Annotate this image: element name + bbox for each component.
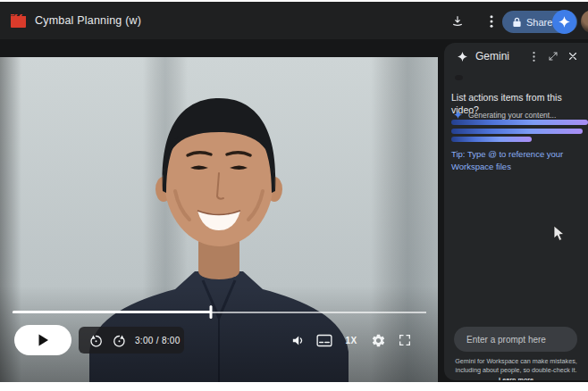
panel-expand-button[interactable] (545, 48, 561, 64)
gemini-panel-title: Gemini (475, 50, 522, 62)
settings-button[interactable] (368, 330, 388, 350)
progress-bar[interactable] (13, 311, 426, 313)
volume-button[interactable] (288, 330, 307, 350)
gemini-spark-icon (457, 51, 468, 62)
vids-app-icon (10, 13, 27, 29)
playback-speed-button[interactable]: 1X (341, 330, 361, 350)
speed-label: 1X (345, 336, 357, 345)
mouse-cursor (553, 225, 565, 242)
playhead[interactable] (210, 305, 213, 319)
loading-bar (451, 137, 532, 142)
learn-more-link[interactable]: Learn more (499, 376, 533, 380)
loading-skeleton (451, 120, 588, 146)
kebab-menu-icon (485, 14, 498, 29)
prompt-input[interactable] (454, 327, 577, 352)
play-button[interactable] (14, 325, 71, 355)
loading-bar (451, 129, 583, 134)
time-display: 3:00 / 8:00 (135, 336, 181, 345)
progress-fill (13, 311, 211, 313)
share-button-label: Share (526, 17, 552, 28)
more-options-button[interactable] (479, 9, 504, 34)
skip-controls: 3:00 / 8:00 (79, 327, 184, 354)
gemini-spark-icon (558, 15, 571, 29)
volume-icon (290, 333, 306, 348)
download-icon (450, 14, 465, 29)
panel-menu-button[interactable] (525, 48, 542, 64)
workspace-tip: Tip: Type @ to reference your Workspace … (451, 148, 578, 174)
play-icon (38, 334, 49, 346)
screen: Cymbal Planning (w) Share (0, 0, 588, 391)
replay-10-button[interactable] (88, 330, 104, 350)
settings-gear-icon (371, 333, 386, 348)
forward-10-icon (112, 333, 127, 348)
panel-close-button[interactable] (565, 48, 581, 64)
captions-icon (316, 334, 332, 347)
fullscreen-button[interactable] (395, 330, 415, 350)
expand-icon (548, 51, 559, 62)
replay-10-icon (88, 333, 104, 348)
gemini-toggle-button[interactable] (552, 10, 576, 34)
topbar: Cymbal Planning (w) Share (0, 2, 588, 39)
gemini-panel-header: Gemini (444, 43, 588, 70)
close-icon (567, 51, 578, 62)
download-button[interactable] (445, 9, 470, 34)
lock-icon (512, 17, 522, 28)
video-player[interactable]: 3:00 / 8:00 1X (0, 57, 438, 382)
chat-user-avatar (451, 72, 466, 87)
page-margin (0, 382, 588, 391)
captions-button[interactable] (315, 330, 334, 350)
user-avatar[interactable] (581, 10, 588, 33)
disclaimer-text: Gemini for Workspace can make mistakes, … (448, 357, 584, 380)
loading-bar (451, 120, 588, 125)
document-title: Cymbal Planning (w) (35, 14, 141, 27)
generating-status-row: Generating your content... (453, 110, 556, 120)
gemini-spark-icon (453, 110, 463, 120)
forward-10-button[interactable] (112, 330, 127, 350)
fullscreen-icon (398, 333, 412, 347)
generating-status-label: Generating your content... (468, 111, 556, 120)
player-right-controls: 1X (288, 327, 415, 354)
kebab-menu-icon (529, 51, 539, 62)
app-window: Cymbal Planning (w) Share (0, 2, 588, 382)
gemini-panel: Gemini List actions (444, 43, 588, 380)
disclaimer-body: Gemini for Workspace can make mistakes, … (455, 357, 576, 374)
